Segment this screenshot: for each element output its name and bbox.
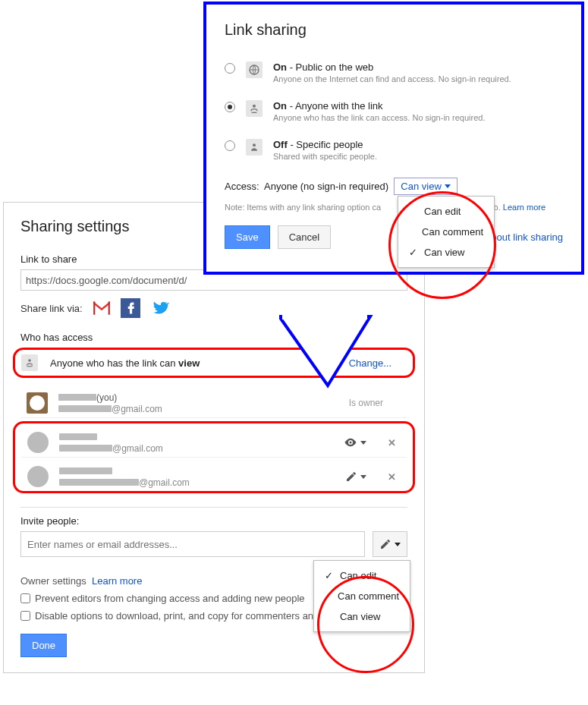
link-icon bbox=[21, 354, 38, 371]
you-suffix: (you) bbox=[96, 392, 117, 403]
remove-user-button[interactable]: ✕ bbox=[388, 437, 396, 448]
svg-point-2 bbox=[350, 442, 352, 444]
save-button[interactable]: Save bbox=[225, 225, 270, 249]
invite-section: Invite people: ✓Can edit Can comment Can… bbox=[20, 507, 407, 557]
redacted-name bbox=[58, 394, 96, 401]
change-link[interactable]: Change... bbox=[349, 357, 391, 369]
user-row-owner: (you) @gmail.com Is owner bbox=[20, 384, 407, 418]
note-text-1: Note: Items with any link sharing option… bbox=[225, 203, 381, 212]
link-access-text: Anyone who has the link can bbox=[50, 357, 178, 369]
invite-role-menu: ✓Can edit Can comment Can view bbox=[313, 560, 410, 632]
owner-settings-label: Owner settings bbox=[20, 575, 86, 587]
globe-icon bbox=[246, 61, 263, 78]
access-label: Access: bbox=[225, 181, 259, 192]
menu-item-can-view[interactable]: Can view bbox=[314, 606, 410, 627]
menu-item-can-comment[interactable]: Can comment bbox=[314, 586, 410, 606]
redacted-name bbox=[59, 467, 112, 474]
twitter-icon[interactable] bbox=[149, 298, 169, 318]
radio-anyone-link[interactable] bbox=[225, 102, 235, 112]
person-link-icon bbox=[246, 100, 263, 117]
access-who: Anyone (no sign-in required) bbox=[264, 181, 388, 192]
email-suffix: @gmail.com bbox=[139, 477, 190, 488]
share-link-via-label: Share link via: bbox=[20, 303, 83, 314]
menu-item-can-view[interactable]: ✓Can view bbox=[398, 242, 494, 263]
invite-label: Invite people: bbox=[20, 515, 407, 527]
learn-about-link[interactable]: about link sharing bbox=[486, 231, 563, 243]
popup-title: Link sharing bbox=[225, 21, 563, 39]
facebook-icon[interactable] bbox=[121, 298, 140, 318]
disable-download-label: Disable options to download, print, and … bbox=[35, 610, 355, 622]
email-suffix: @gmail.com bbox=[112, 404, 162, 414]
caret-down-icon bbox=[395, 543, 401, 546]
avatar bbox=[27, 432, 49, 453]
disable-download-checkbox[interactable] bbox=[20, 611, 30, 621]
redacted-email bbox=[59, 479, 139, 486]
access-dropdown[interactable]: Can view bbox=[394, 178, 457, 195]
redacted-email bbox=[59, 445, 112, 452]
invite-role-button[interactable] bbox=[373, 531, 407, 557]
email-suffix: @gmail.com bbox=[112, 443, 163, 454]
prevent-editors-label: Prevent editors from changing access and… bbox=[35, 593, 305, 604]
svg-point-1 bbox=[28, 359, 31, 362]
access-menu: Can edit Can comment ✓Can view bbox=[398, 196, 495, 268]
radio-public[interactable] bbox=[225, 63, 235, 74]
role-view-button[interactable] bbox=[344, 436, 366, 449]
redacted-email bbox=[58, 405, 112, 412]
link-sharing-popup: Link sharing On - Public on the web Anyo… bbox=[203, 2, 584, 275]
caret-down-icon bbox=[445, 184, 451, 188]
owner-learn-more-link[interactable]: Learn more bbox=[92, 575, 142, 587]
person-icon bbox=[246, 139, 263, 156]
prevent-editors-checkbox[interactable] bbox=[20, 593, 30, 603]
radio-specific[interactable] bbox=[225, 140, 235, 151]
redacted-name bbox=[59, 433, 97, 440]
avatar bbox=[27, 392, 48, 414]
svg-point-7 bbox=[253, 143, 256, 146]
user-row: @gmail.com ✕ bbox=[21, 458, 407, 491]
menu-item-can-edit[interactable]: Can edit bbox=[398, 201, 494, 222]
caret-down-icon bbox=[360, 441, 366, 445]
user-row: @gmail.com ✕ bbox=[21, 423, 407, 458]
svg-point-6 bbox=[253, 105, 256, 108]
avatar bbox=[27, 466, 49, 487]
role-edit-button[interactable] bbox=[345, 471, 366, 483]
link-access-row: Anyone who has the link can view Change.… bbox=[13, 348, 415, 378]
cancel-button[interactable]: Cancel bbox=[278, 225, 331, 249]
owner-badge: Is owner bbox=[349, 398, 383, 408]
option-anyone-link[interactable]: On - Anyone with the link Anyone who has… bbox=[225, 100, 563, 122]
option-public[interactable]: On - Public on the web Anyone on the Int… bbox=[225, 61, 563, 83]
menu-item-can-edit[interactable]: ✓Can edit bbox=[314, 565, 410, 586]
caret-down-icon bbox=[360, 475, 366, 479]
option-specific[interactable]: Off - Specific people Shared with specif… bbox=[225, 139, 563, 161]
link-access-mode: view bbox=[178, 357, 200, 369]
menu-item-can-comment[interactable]: Can comment bbox=[398, 222, 494, 242]
invite-input[interactable] bbox=[20, 531, 365, 557]
done-button[interactable]: Done bbox=[20, 634, 67, 657]
who-has-access-label: Who has access bbox=[20, 332, 407, 343]
remove-user-button[interactable]: ✕ bbox=[388, 471, 396, 483]
gmail-icon[interactable] bbox=[92, 298, 112, 318]
popup-learn-more-link[interactable]: Learn more bbox=[503, 203, 546, 212]
